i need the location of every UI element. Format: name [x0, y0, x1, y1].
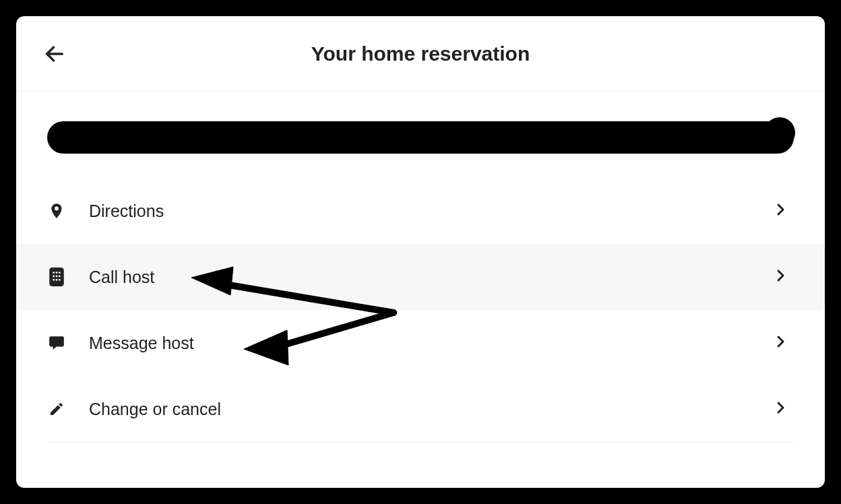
chevron-right-icon	[772, 201, 788, 220]
menu-item-label: Directions	[89, 201, 772, 221]
menu-item-message-host[interactable]: Message host	[47, 310, 794, 376]
svg-point-6	[56, 276, 58, 278]
phone-keypad-icon	[47, 267, 66, 286]
menu-item-label: Change or cancel	[89, 400, 772, 419]
menu-item-change-cancel[interactable]: Change or cancel	[47, 376, 794, 442]
map-pin-icon	[47, 201, 66, 220]
page-title: Your home reservation	[311, 42, 530, 65]
svg-point-8	[53, 279, 55, 281]
pencil-icon	[47, 400, 66, 418]
divider	[47, 442, 794, 443]
reservation-card: Your home reservation Directions	[16, 16, 825, 488]
chevron-right-icon	[772, 400, 788, 418]
menu-item-directions[interactable]: Directions	[47, 178, 794, 244]
svg-point-2	[53, 272, 55, 274]
arrow-left-icon	[43, 57, 66, 67]
svg-point-7	[59, 276, 61, 278]
back-button[interactable]	[38, 37, 71, 71]
header: Your home reservation	[16, 16, 825, 92]
action-menu: Directions	[47, 178, 794, 442]
redaction-mark	[47, 121, 794, 154]
menu-item-call-host[interactable]: Call host	[16, 244, 825, 310]
svg-point-10	[59, 279, 61, 281]
redacted-info	[47, 92, 794, 178]
svg-point-5	[53, 276, 55, 278]
chevron-right-icon	[772, 267, 788, 286]
svg-point-9	[56, 279, 58, 281]
svg-point-4	[59, 272, 61, 274]
chat-bubble-icon	[47, 334, 66, 352]
chevron-right-icon	[772, 334, 788, 352]
menu-item-label: Message host	[89, 334, 772, 353]
svg-point-3	[56, 272, 58, 274]
content-area: Directions	[16, 92, 825, 443]
menu-item-label: Call host	[89, 267, 772, 287]
